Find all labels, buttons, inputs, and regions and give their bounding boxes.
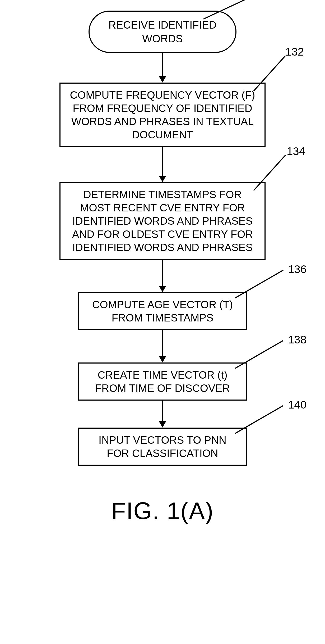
- leader-line-132: [253, 55, 286, 91]
- node-wrapper-138: CREATE TIME VECTOR (t) FROM TIME OF DISC…: [5, 362, 320, 401]
- node-wrapper-130: RECEIVE IDENTIFIED WORDS 130: [5, 11, 320, 53]
- flowchart-diagram: RECEIVE IDENTIFIED WORDS 130 COMPUTE FRE…: [5, 11, 320, 466]
- arrow-icon: [159, 53, 166, 83]
- arrow-icon: [159, 147, 166, 182]
- node-wrapper-134: DETERMINE TIMESTAMPS FOR MOST RECENT CVE…: [5, 182, 320, 260]
- leader-line-138: [235, 340, 284, 369]
- reference-label-132: 132: [285, 46, 304, 58]
- arrow-icon: [159, 401, 166, 428]
- figure-caption: FIG. 1(A): [5, 497, 320, 525]
- reference-label-134: 134: [287, 145, 305, 158]
- leader-line-134: [253, 155, 286, 191]
- process-node-136: COMPUTE AGE VECTOR (T) FROM TIMESTAMPS: [78, 292, 247, 330]
- reference-label-138: 138: [288, 333, 307, 346]
- terminator-node-130: RECEIVE IDENTIFIED WORDS: [89, 11, 236, 53]
- leader-line-136: [235, 270, 284, 298]
- process-node-134: DETERMINE TIMESTAMPS FOR MOST RECENT CVE…: [59, 182, 266, 260]
- node-wrapper-136: COMPUTE AGE VECTOR (T) FROM TIMESTAMPS 1…: [5, 292, 320, 330]
- process-node-140: INPUT VECTORS TO PNN FOR CLASSIFICATION: [78, 428, 247, 466]
- arrow-icon: [159, 260, 166, 292]
- reference-label-140: 140: [288, 398, 307, 411]
- process-node-132: COMPUTE FREQUENCY VECTOR (F) FROM FREQUE…: [59, 83, 266, 147]
- node-wrapper-140: INPUT VECTORS TO PNN FOR CLASSIFICATION …: [5, 428, 320, 466]
- node-wrapper-132: COMPUTE FREQUENCY VECTOR (F) FROM FREQUE…: [5, 83, 320, 147]
- process-node-138: CREATE TIME VECTOR (t) FROM TIME OF DISC…: [78, 362, 247, 401]
- reference-label-136: 136: [288, 263, 307, 276]
- arrow-icon: [159, 330, 166, 362]
- leader-line-140: [235, 405, 284, 434]
